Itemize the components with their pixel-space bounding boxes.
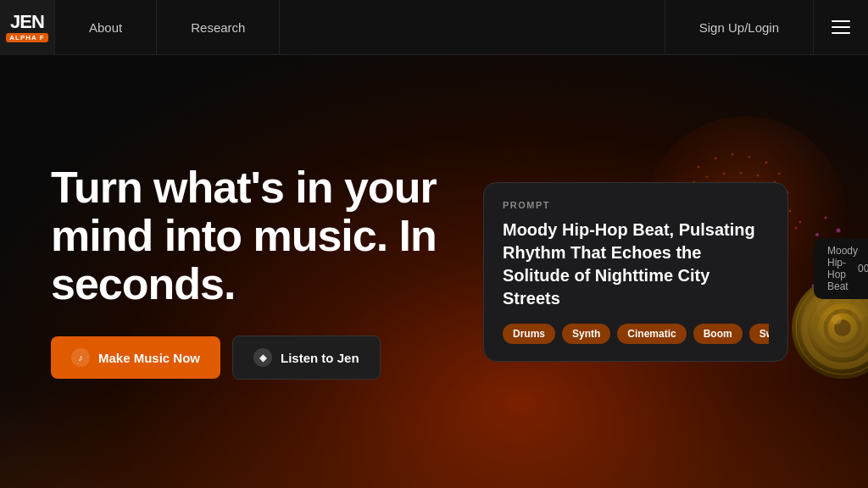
tag: Cinematic — [617, 324, 686, 344]
nav-links: About Research — [55, 0, 665, 54]
svg-point-5 — [765, 161, 768, 164]
nav-signup[interactable]: Sign Up/Login — [665, 0, 813, 54]
player-bar[interactable]: Moody Hip-Hop Beat 00:45 — [814, 238, 868, 299]
svg-marker-71 — [851, 298, 868, 322]
nav-research[interactable]: Research — [157, 0, 280, 54]
make-music-button[interactable]: ♪ Make Music Now — [51, 336, 220, 379]
prompt-card: PROMPT Moody Hip-Hop Beat, Pulsating Rhy… — [483, 182, 788, 362]
hero-right: PROMPT Moody Hip-Hop Beat, Pulsating Rhy… — [512, 182, 868, 362]
logo[interactable]: JEN ALPHA F — [0, 0, 55, 55]
hero-left: Turn what's in your mind into music. In … — [0, 130, 512, 414]
prompt-label: PROMPT — [503, 200, 769, 210]
nav-about[interactable]: About — [55, 0, 157, 54]
svg-point-4 — [748, 155, 751, 158]
menu-line-2 — [832, 26, 850, 28]
svg-point-23 — [799, 220, 802, 223]
svg-point-22 — [789, 209, 792, 212]
svg-point-69 — [832, 314, 842, 324]
logo-text: JEN — [10, 13, 44, 31]
speaker-icon: ◈ — [253, 348, 272, 367]
listen-to-jen-button[interactable]: ◈ Listen to Jen — [232, 336, 381, 380]
tag: Swing — [749, 324, 769, 344]
tag: Synth — [562, 324, 610, 344]
tags-row: DrumsSynthCinematicBoomSwingBass — [503, 324, 769, 344]
svg-point-1 — [698, 165, 700, 168]
tag: Boom — [693, 324, 743, 344]
svg-point-52 — [825, 216, 827, 219]
svg-point-51 — [837, 228, 841, 232]
music-note-icon: ♪ — [71, 348, 90, 367]
svg-point-9 — [706, 175, 709, 178]
nav-right: Sign Up/Login — [665, 0, 868, 54]
svg-point-65 — [804, 290, 868, 366]
svg-point-67 — [826, 311, 860, 345]
svg-point-2 — [715, 157, 717, 159]
player-track-name: Moody Hip-Hop Beat — [827, 245, 858, 292]
hero-buttons: ♪ Make Music Now ◈ Listen to Jen — [51, 336, 461, 380]
svg-point-68 — [834, 319, 851, 336]
svg-point-49 — [815, 233, 819, 236]
svg-point-12 — [757, 174, 760, 176]
prompt-text: Moody Hip-Hop Beat, Pulsating Rhythm Tha… — [503, 219, 769, 310]
tag: Drums — [503, 324, 555, 344]
menu-line-3 — [832, 32, 850, 34]
svg-point-10 — [723, 172, 726, 175]
menu-line-1 — [832, 20, 850, 22]
svg-point-66 — [815, 301, 868, 355]
main-content: Turn what's in your mind into music. In … — [0, 55, 868, 488]
svg-point-3 — [732, 152, 734, 155]
cta-secondary-label: Listen to Jen — [281, 351, 359, 365]
svg-marker-72 — [817, 298, 834, 322]
svg-point-31 — [795, 226, 798, 229]
logo-badge: ALPHA F — [6, 33, 47, 42]
svg-point-62 — [846, 301, 849, 303]
player-time: 00:45 — [858, 263, 868, 274]
hero-title: Turn what's in your mind into music. In … — [51, 164, 461, 309]
hamburger-menu-button[interactable] — [813, 0, 868, 55]
cta-primary-label: Make Music Now — [98, 351, 200, 365]
svg-point-11 — [740, 171, 743, 174]
navbar: JEN ALPHA F About Research Sign Up/Login — [0, 0, 868, 55]
svg-point-6 — [778, 172, 781, 175]
